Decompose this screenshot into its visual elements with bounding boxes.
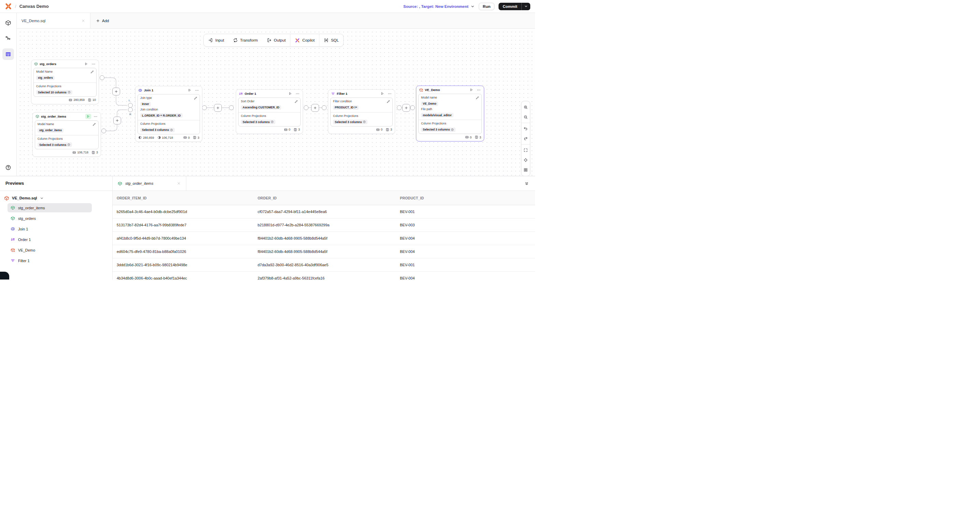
edit-icon[interactable] — [92, 122, 96, 126]
sidebar-item-lineage[interactable] — [2, 33, 14, 44]
tree-item-filter-1[interactable]: Filter 1 — [8, 256, 92, 265]
add-node-on-edge-button[interactable] — [113, 117, 121, 124]
run-node-button[interactable] — [187, 87, 192, 93]
tree-item-ve-demo[interactable]: VE_Demo — [8, 246, 92, 255]
fit-view-button[interactable] — [522, 145, 530, 155]
node-join-1[interactable]: Join 1 Join type Inner Join condition L.… — [135, 86, 202, 142]
columns-icon — [386, 128, 389, 132]
node-ve-demo[interactable]: VE_Demo Model name VE_Demo File path mod… — [416, 86, 484, 141]
sql-icon — [324, 38, 329, 43]
add-node-on-edge-button[interactable] — [112, 87, 120, 95]
edit-icon[interactable] — [387, 100, 390, 103]
output-port-stg-order-items[interactable] — [101, 128, 106, 133]
toolbar-input-button[interactable]: Input — [204, 34, 229, 46]
help-button[interactable] — [5, 165, 11, 170]
add-node-on-edge-button[interactable] — [214, 104, 222, 112]
output-port-order[interactable] — [304, 105, 309, 110]
edit-icon[interactable] — [91, 70, 94, 74]
info-icon[interactable] — [67, 143, 70, 146]
input-port-join-left[interactable] — [128, 103, 133, 108]
node-menu-button[interactable] — [476, 87, 481, 92]
preview-tab-stg-order-items[interactable]: stg_order_items — [113, 176, 186, 190]
node-stg-orders[interactable]: stg_orders Model Name stg_orders Column … — [31, 60, 99, 104]
input-port-order[interactable] — [229, 105, 234, 110]
node-order-1[interactable]: Order 1 Sort Order Ascending CUSTOMER_ID… — [236, 89, 303, 134]
run-node-button[interactable] — [287, 91, 293, 96]
node-stg-order-items[interactable]: stg_order_items Model Name stg_order_ite… — [32, 112, 101, 157]
info-icon[interactable] — [270, 120, 274, 124]
node-menu-button[interactable] — [387, 91, 392, 96]
info-icon[interactable] — [363, 120, 366, 124]
run-node-button[interactable] — [379, 91, 385, 96]
tree-item-stg-order-items[interactable]: stg_order_items — [8, 203, 92, 212]
tree-item-join-1[interactable]: Join 1 — [8, 224, 92, 233]
info-icon[interactable] — [451, 128, 454, 131]
node-menu-button[interactable] — [93, 114, 98, 119]
output-port-stg-orders[interactable] — [100, 75, 104, 80]
toolbar-sql-button[interactable]: SQL — [320, 34, 343, 46]
collapse-panel-button[interactable] — [525, 181, 529, 186]
previews-sidebar: Previews VE_Demo.sql stg_order_items — [0, 176, 113, 279]
toolbar-transform-button[interactable]: Transform — [229, 34, 262, 46]
row-count-stat: 0 — [376, 128, 382, 132]
toolbar-copilot-button[interactable]: Copilot — [290, 34, 319, 46]
table-row: b265d0a4-3c46-4ae4-b0db-dcbe25df901d cf0… — [113, 205, 535, 219]
tree-item-stg-orders[interactable]: stg_orders — [8, 214, 92, 223]
output-port-filter[interactable] — [397, 105, 402, 110]
run-node-button[interactable] — [468, 87, 474, 92]
zoom-in-button[interactable] — [522, 102, 530, 112]
tree-item-label: Order 1 — [18, 238, 31, 242]
node-menu-button[interactable] — [91, 61, 96, 67]
tree-item-order-1[interactable]: Order 1 — [8, 235, 92, 244]
input-port-ve-demo[interactable] — [410, 105, 415, 110]
center-canvas-button[interactable] — [522, 155, 530, 165]
edit-icon[interactable] — [194, 96, 197, 100]
add-tab-button[interactable]: Add — [91, 13, 114, 28]
output-port-join[interactable] — [202, 105, 207, 110]
chevron-down-icon[interactable] — [40, 197, 44, 200]
run-node-button[interactable] — [83, 61, 89, 67]
zoom-out-button[interactable] — [522, 112, 530, 122]
columns-icon — [88, 98, 91, 102]
tab-ve-demo-sql[interactable]: VE_Demo.sql — [17, 13, 91, 28]
commit-button-label[interactable]: Commit — [498, 3, 522, 10]
cell-product-id: BEV-004 — [400, 236, 535, 240]
node-menu-button[interactable] — [295, 91, 300, 96]
input-port-filter[interactable] — [322, 105, 326, 110]
field-label: Column Projections — [421, 122, 479, 125]
cell-order-item-id: 3ddd1b6d-3021-4f16-b09c-980214b9498e — [117, 263, 258, 267]
commit-split-button[interactable]: Commit — [498, 3, 530, 10]
info-icon[interactable] — [170, 128, 173, 132]
tree-root-ve-demo-sql[interactable]: VE_Demo.sql — [4, 193, 112, 203]
node-filter-1[interactable]: Filter 1 Filter condition PRODUCT_ID != … — [328, 89, 395, 134]
paradime-logo-icon[interactable] — [5, 3, 12, 10]
pencil-icon — [92, 122, 96, 126]
sidebar-item-canvas[interactable] — [2, 48, 14, 60]
plus-icon — [96, 19, 100, 23]
undo-button[interactable] — [522, 124, 530, 134]
sidebar-item-models[interactable] — [2, 17, 14, 29]
add-node-on-edge-button[interactable] — [311, 104, 319, 112]
output-model-cube-icon — [11, 248, 15, 252]
auto-layout-button[interactable] — [522, 165, 530, 175]
close-icon[interactable] — [177, 181, 181, 185]
close-icon[interactable] — [81, 19, 85, 23]
info-icon[interactable] — [68, 91, 71, 94]
pencil-icon — [476, 96, 479, 100]
edit-icon[interactable] — [294, 100, 298, 103]
chat-widget-corner[interactable] — [0, 272, 9, 279]
plus-icon — [313, 106, 317, 110]
column-header: ORDER_ITEM_ID — [117, 196, 258, 200]
pipeline-canvas[interactable]: Input Transform Output — [17, 29, 535, 176]
tree-item-label: Filter 1 — [18, 259, 30, 263]
input-port-join-right[interactable] — [128, 107, 133, 112]
add-node-on-edge-button[interactable] — [402, 104, 410, 112]
run-button[interactable]: Run — [479, 3, 495, 10]
redo-button[interactable] — [522, 134, 530, 144]
toolbar-output-button[interactable]: Output — [262, 34, 290, 46]
run-node-button[interactable] — [85, 114, 91, 119]
commit-dropdown-button[interactable] — [522, 3, 530, 10]
node-menu-button[interactable] — [194, 87, 199, 93]
environment-selector[interactable]: Source: , Target: New Environment — [403, 5, 475, 8]
edit-icon[interactable] — [476, 96, 479, 100]
